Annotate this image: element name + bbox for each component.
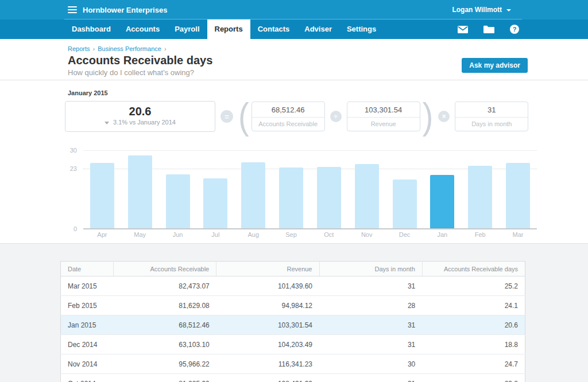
tab-contacts[interactable]: Contacts (250, 20, 297, 39)
table-row-nov-2014[interactable]: Nov 201495,966.22116,341.233024.7 (61, 354, 525, 374)
bar-slot (159, 174, 197, 229)
table-cell: 28 (319, 296, 422, 315)
tab-settings[interactable]: Settings (339, 20, 384, 39)
table-cell: 31 (319, 276, 422, 296)
table-cell: 24.1 (422, 296, 525, 315)
accounts-receivable-label: Accounts Receivable (252, 118, 324, 131)
header-accounts-receivable[interactable]: Accounts Receivable (114, 262, 216, 276)
table-cell: 23.2 (422, 374, 525, 382)
table-row-dec-2014[interactable]: Dec 201463,103.10104,203.493118.8 (61, 335, 525, 354)
bar-mar[interactable] (506, 163, 530, 229)
bar-slot (499, 163, 537, 229)
month-label-mar: Mar (499, 231, 537, 238)
tab-adviser[interactable]: Adviser (297, 20, 339, 39)
days-in-month-label: Days in month (455, 118, 528, 131)
header-ar-days[interactable]: Accounts Receivable days (422, 262, 525, 276)
bar-slot (348, 164, 386, 229)
table-cell: 31 (319, 315, 422, 335)
table-cell: 31 (319, 335, 422, 354)
bar-sep[interactable] (279, 167, 303, 229)
bar-apr[interactable] (90, 163, 114, 229)
bar-slot (121, 155, 159, 229)
equals-icon: = (220, 110, 233, 123)
header-days-in-month[interactable]: Days in month (319, 262, 422, 276)
close-paren: ) (423, 99, 434, 134)
table-cell: Jan 2015 (61, 315, 114, 335)
table-cell: 101,439.60 (216, 276, 319, 296)
folder-icon[interactable] (483, 25, 494, 33)
result-value: 20.6 (65, 105, 215, 118)
nav-tabs: DashboardAccountsPayrollReportsContactsA… (64, 20, 384, 39)
breadcrumb-separator: › (93, 45, 95, 52)
y-tick-0: 0 (74, 225, 77, 232)
decrease-arrow-icon (105, 122, 109, 124)
table-cell: 82,473.07 (114, 276, 216, 296)
header-date[interactable]: Date (61, 262, 114, 276)
user-name: Logan Willmott (452, 6, 502, 14)
bar-aug[interactable] (241, 162, 265, 229)
mail-icon[interactable] (458, 26, 468, 33)
bar-jun[interactable] (166, 174, 190, 229)
table-cell: Dec 2014 (61, 335, 114, 354)
chart-month-labels: AprMayJunJulAugSepOctNovDecJanFebMar (83, 231, 537, 238)
tab-reports[interactable]: Reports (207, 20, 250, 39)
formula-row: 20.6 3.1% vs January 2014 = ( 68,512.46 … (65, 101, 528, 132)
table-cell: 24.7 (422, 354, 525, 374)
month-label-nov: Nov (348, 231, 386, 238)
breadcrumb: Reports›Business Performance› (68, 45, 588, 52)
report-panel: January 2015 20.6 3.1% vs January 2014 =… (0, 80, 588, 243)
table-row-jan-2015[interactable]: Jan 201568,512.46103,301.543120.6 (61, 315, 525, 335)
organisation-name[interactable]: Hornblower Enterprises (83, 6, 167, 14)
revenue-label: Revenue (347, 118, 420, 131)
table-cell: Feb 2015 (61, 296, 114, 315)
y-tick-23: 23 (70, 165, 77, 172)
breadcrumb-link[interactable]: Business Performance (98, 45, 161, 52)
month-label-aug: Aug (234, 231, 272, 238)
user-menu[interactable]: Logan Willmott (452, 6, 511, 14)
table-cell: 103,301.54 (216, 315, 319, 335)
divide-icon: ÷ (330, 111, 342, 122)
table-cell: 95,966.22 (114, 354, 216, 374)
table-row-oct-2014[interactable]: Oct 201481,225.90108,431.903123.2 (61, 374, 525, 382)
month-label-apr: Apr (83, 231, 121, 238)
bar-slot (423, 175, 461, 229)
bar-nov[interactable] (355, 164, 379, 229)
bar-slot (272, 167, 310, 229)
bar-slot (461, 166, 499, 229)
revenue-value: 103,301.54 (347, 102, 420, 118)
header-revenue[interactable]: Revenue (216, 262, 319, 276)
bar-feb[interactable] (468, 166, 492, 229)
period-label: January 2015 (68, 89, 108, 96)
main-nav: DashboardAccountsPayrollReportsContactsA… (0, 20, 588, 39)
chevron-down-icon (506, 9, 511, 11)
table-cell: 25.2 (422, 276, 525, 296)
ask-my-advisor-button[interactable]: Ask my advisor (462, 58, 528, 73)
month-label-jun: Jun (159, 231, 197, 238)
table-row-feb-2015[interactable]: Feb 201581,629.0894,984.122824.1 (61, 296, 525, 315)
bar-jul[interactable] (203, 178, 227, 229)
bar-oct[interactable] (317, 167, 341, 229)
days-in-month-value: 31 (455, 102, 528, 118)
tab-dashboard[interactable]: Dashboard (64, 20, 118, 39)
table-row-mar-2015[interactable]: Mar 201582,473.07101,439.603125.2 (61, 276, 525, 296)
bar-may[interactable] (128, 155, 152, 229)
open-paren: ( (238, 99, 249, 134)
bar-dec[interactable] (393, 180, 417, 229)
tab-payroll[interactable]: Payroll (167, 20, 207, 39)
month-label-jan: Jan (423, 231, 461, 238)
breadcrumb-link[interactable]: Reports (68, 45, 90, 52)
table-cell: Oct 2014 (61, 374, 114, 382)
tab-accounts[interactable]: Accounts (118, 20, 167, 39)
top-bar: Hornblower Enterprises Logan Willmott (0, 0, 588, 20)
result-change: 3.1% vs January 2014 (65, 119, 215, 126)
table-cell: Nov 2014 (61, 354, 114, 374)
help-icon[interactable]: ? (510, 25, 519, 34)
hamburger-menu-icon[interactable] (68, 5, 77, 15)
month-label-may: May (121, 231, 159, 238)
month-label-sep: Sep (272, 231, 310, 238)
bar-chart: 30 23 0 (83, 150, 537, 229)
bar-jan[interactable] (430, 175, 454, 229)
multiply-icon: × (438, 111, 450, 122)
table-cell: 81,225.90 (114, 374, 216, 382)
accounts-receivable-box: 68,512.46 Accounts Receivable (252, 102, 325, 131)
